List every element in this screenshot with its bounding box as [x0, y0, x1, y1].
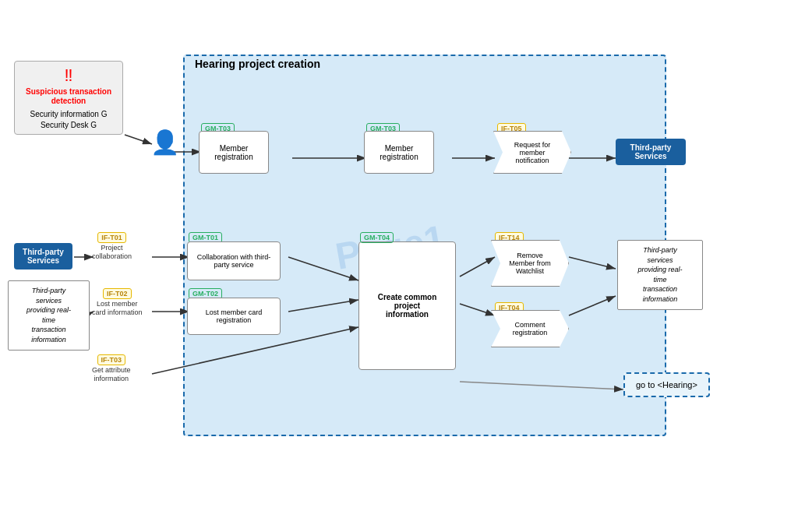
- italic-right: Third-party services providing real- tim…: [617, 240, 703, 310]
- member-reg-box-2: Member registration: [364, 131, 434, 174]
- if-t04-chevron: Comment registration: [491, 310, 569, 347]
- if-t02-tag: IF-T02 Lost member card information: [92, 288, 143, 317]
- security-info-label: Security information G Security Desk G: [30, 109, 108, 131]
- third-party-label-2: Third-party Services: [14, 243, 72, 270]
- third-party-top-right: Third-party Services: [616, 139, 686, 165]
- person-icon: 👤: [150, 129, 179, 156]
- third-party-label-1: Third-party Services: [616, 139, 686, 165]
- suspicious-box: ‼ Suspicious transaction detection Secur…: [14, 61, 123, 135]
- italic-left: Third-party services providing real- tim…: [8, 280, 90, 351]
- third-party-left: Third-party Services: [14, 243, 72, 270]
- create-common-box: Create common project information: [358, 241, 456, 370]
- gm-t04-tag: GM-T04: [360, 232, 394, 243]
- suspicious-icon: ‼: [65, 65, 73, 86]
- if-t03-tag: IF-T03 Get attribute information: [92, 354, 131, 383]
- if-t14-chevron: Remove Member from Watchlist: [491, 240, 569, 287]
- hearing-box-title: Hearing project creation: [195, 58, 320, 70]
- svg-line-17: [125, 135, 152, 144]
- goto-hearing-box: go to <Hearing>: [623, 372, 710, 397]
- diagram-container: Hearing project creation Page1: [0, 0, 798, 532]
- member-reg-box-1: Member registration: [199, 131, 269, 174]
- lost-card-box: Lost member card registration: [187, 298, 281, 335]
- suspicious-label: Suspicious transaction detection: [15, 87, 122, 106]
- if-t05-chevron: Request for member notification: [493, 131, 571, 174]
- if-t01-tag: IF-T01 Project collaboration: [92, 232, 132, 261]
- collab-box: Collaboration with third- party service: [187, 241, 281, 280]
